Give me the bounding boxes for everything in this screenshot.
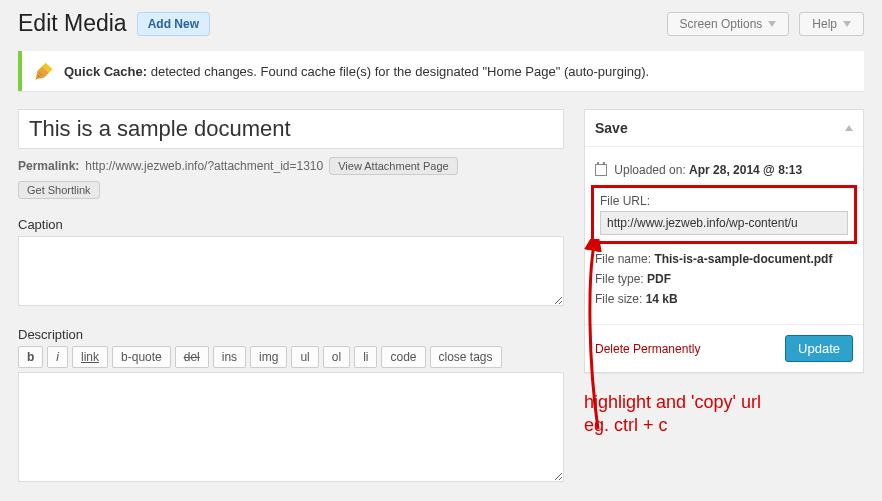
file-url-input[interactable]	[600, 211, 848, 235]
qt-ins[interactable]: ins	[213, 346, 246, 368]
annotation-text: highlight and 'copy' url eg. ctrl + c	[584, 391, 864, 438]
qt-bold-label: b	[27, 350, 34, 364]
file-url-highlight: File URL:	[591, 185, 857, 244]
file-name-value: This-is-a-sample-document.pdf	[654, 252, 832, 266]
chevron-down-icon	[843, 21, 851, 27]
save-panel-toggle[interactable]: Save	[585, 110, 863, 147]
quicktags-toolbar: b i link b-quote del ins img ul ol li co…	[18, 346, 564, 368]
qt-link-label: link	[81, 350, 99, 364]
qt-close[interactable]: close tags	[430, 346, 502, 368]
add-new-button[interactable]: Add New	[137, 12, 210, 36]
notice-strong: Quick Cache:	[64, 64, 147, 79]
description-label: Description	[18, 327, 564, 342]
qt-code[interactable]: code	[381, 346, 425, 368]
qt-bold[interactable]: b	[18, 346, 43, 368]
uploaded-on-label: Uploaded on:	[614, 163, 685, 177]
file-url-label: File URL:	[600, 194, 848, 208]
qt-li[interactable]: li	[354, 346, 377, 368]
broom-icon	[34, 61, 54, 81]
chevron-up-icon	[845, 125, 853, 131]
get-shortlink-button[interactable]: Get Shortlink	[18, 181, 100, 199]
delete-permanently-link[interactable]: Delete Permanently	[595, 342, 700, 356]
notice-text: Quick Cache: detected changes. Found cac…	[64, 64, 649, 79]
qt-italic-label: i	[56, 350, 59, 364]
chevron-down-icon	[768, 21, 776, 27]
annotation-line2: eg. ctrl + c	[584, 414, 864, 437]
qt-bquote[interactable]: b-quote	[112, 346, 171, 368]
calendar-icon	[595, 164, 607, 176]
update-button[interactable]: Update	[785, 335, 853, 362]
qt-link[interactable]: link	[72, 346, 108, 368]
notice-body: detected changes. Found cache file(s) fo…	[147, 64, 649, 79]
qt-ol[interactable]: ol	[323, 346, 350, 368]
save-heading: Save	[595, 120, 628, 136]
description-textarea[interactable]	[18, 372, 564, 482]
file-name-label: File name:	[595, 252, 651, 266]
uploaded-on-value: Apr 28, 2014 @ 8:13	[689, 163, 802, 177]
view-attachment-button[interactable]: View Attachment Page	[329, 157, 457, 175]
qt-ul[interactable]: ul	[291, 346, 318, 368]
qt-italic[interactable]: i	[47, 346, 68, 368]
qt-del-label: del	[184, 350, 200, 364]
post-title-input[interactable]	[18, 109, 564, 149]
save-panel: Save Uploaded on: Apr 28, 2014 @ 8:13 Fi…	[584, 109, 864, 373]
permalink-label: Permalink:	[18, 159, 79, 173]
qt-img[interactable]: img	[250, 346, 287, 368]
file-type-label: File type:	[595, 272, 644, 286]
screen-options-label: Screen Options	[680, 17, 763, 31]
screen-options-button[interactable]: Screen Options	[667, 12, 790, 36]
caption-textarea[interactable]	[18, 236, 564, 306]
file-type-value: PDF	[647, 272, 671, 286]
qt-del[interactable]: del	[175, 346, 209, 368]
page-title: Edit Media	[18, 10, 127, 37]
help-label: Help	[812, 17, 837, 31]
file-size-value: 14 kB	[646, 292, 678, 306]
caption-label: Caption	[18, 217, 564, 232]
admin-notice: Quick Cache: detected changes. Found cac…	[18, 51, 864, 91]
help-button[interactable]: Help	[799, 12, 864, 36]
file-size-label: File size:	[595, 292, 642, 306]
permalink-url: http://www.jezweb.info/?attachment_id=13…	[85, 159, 323, 173]
annotation-line1: highlight and 'copy' url	[584, 391, 864, 414]
